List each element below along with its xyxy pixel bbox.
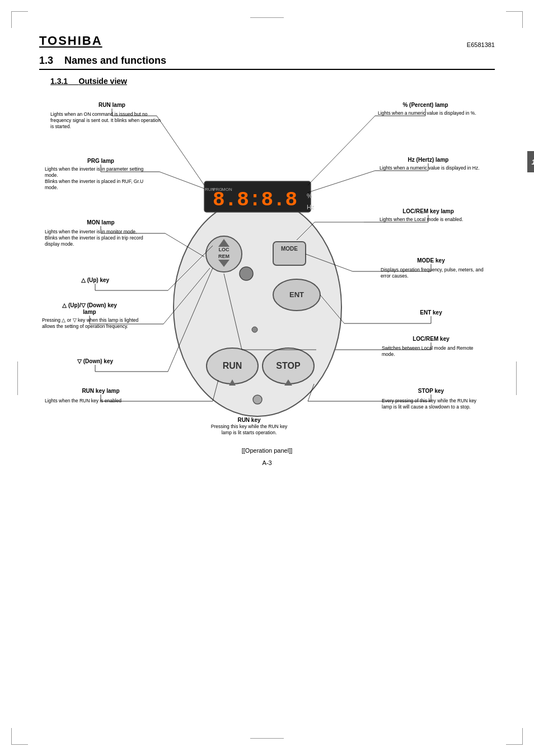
- section-title-text: Names and functions: [64, 55, 166, 66]
- page-header: TOSHIBA E6581381: [39, 34, 495, 50]
- corner-mark-br: [506, 728, 523, 745]
- section-title: 1.3 Names and functions: [39, 55, 495, 70]
- svg-point-41: [240, 267, 253, 280]
- svg-line-62: [308, 116, 375, 185]
- hz-lamp-label: Hz (Hertz) lamp: [408, 157, 449, 163]
- mon-lamp-label: MON lamp: [87, 219, 114, 226]
- svg-point-54: [253, 395, 262, 404]
- percent-lamp-label: % (Percent) lamp: [402, 102, 448, 108]
- up-down-lamp-label: △ (Up)/▽ (Down) key: [62, 302, 117, 308]
- corner-mark-tl: [11, 11, 28, 28]
- loc-rem-lamp-label: LOC/REM key lamp: [402, 208, 454, 214]
- svg-text:MODE: MODE: [281, 246, 298, 252]
- svg-text:%: %: [307, 192, 312, 199]
- tick-right: [516, 361, 523, 395]
- diagram-container: RUN lamp Lights when an ON command is is…: [39, 95, 495, 442]
- section-number: 1.3: [39, 55, 53, 66]
- document-number: E6581381: [467, 41, 495, 48]
- svg-text:RUN: RUN: [223, 361, 242, 370]
- run-key-lamp-label: RUN key lamp: [82, 388, 119, 394]
- svg-text:8.8:8.8: 8.8:8.8: [213, 189, 297, 212]
- panel-diagram: RUN lamp Lights when an ON command is is…: [39, 95, 495, 442]
- caption-text: [Operation panel]: [243, 447, 291, 454]
- mode-key-label: MODE key: [417, 257, 445, 264]
- svg-text:Hz: Hz: [307, 204, 315, 210]
- tick-top: [250, 11, 284, 18]
- up-key-label: △ (Up) key: [81, 277, 110, 283]
- corner-mark-tr: [506, 11, 523, 28]
- up-down-lamp-label2: lamp: [83, 309, 96, 315]
- page-number: A-3: [39, 459, 495, 466]
- prg-lamp-label: PRG lamp: [87, 158, 114, 164]
- svg-text:PRG: PRG: [213, 187, 222, 192]
- run-lamp-label: RUN lamp: [99, 102, 125, 108]
- ent-key-label: ENT key: [420, 309, 442, 316]
- svg-text:LOC: LOC: [219, 247, 229, 252]
- svg-text:MON: MON: [222, 187, 232, 192]
- svg-line-63: [308, 171, 375, 192]
- chapter-tab: 1: [527, 151, 534, 172]
- diagram-caption: [[Operation panel]]: [39, 447, 495, 454]
- loc-rem-key-label: LOC/REM key: [413, 336, 449, 342]
- stop-key-label: STOP key: [418, 388, 444, 394]
- down-key-label: ▽ (Down) key: [77, 358, 114, 364]
- corner-mark-bl: [11, 728, 28, 745]
- svg-text:REM: REM: [218, 253, 229, 259]
- toshiba-logo: TOSHIBA: [39, 34, 102, 48]
- svg-text:ENT: ENT: [289, 290, 304, 299]
- run-key-label: RUN key: [237, 417, 261, 423]
- page-wrapper: 1 TOSHIBA E6581381 1.3 Names and functio…: [0, 0, 534, 756]
- tick-bottom: [250, 738, 284, 745]
- svg-line-55: [157, 116, 204, 185]
- subsection-number: 1.3.1: [50, 77, 68, 86]
- svg-point-47: [252, 327, 257, 332]
- subsection-title-text: Outside view: [79, 77, 127, 86]
- svg-line-56: [160, 172, 204, 189]
- subsection-title: 1.3.1 Outside view: [50, 77, 495, 86]
- tick-left: [11, 361, 18, 395]
- svg-point-29: [174, 198, 341, 416]
- svg-text:STOP: STOP: [276, 361, 301, 370]
